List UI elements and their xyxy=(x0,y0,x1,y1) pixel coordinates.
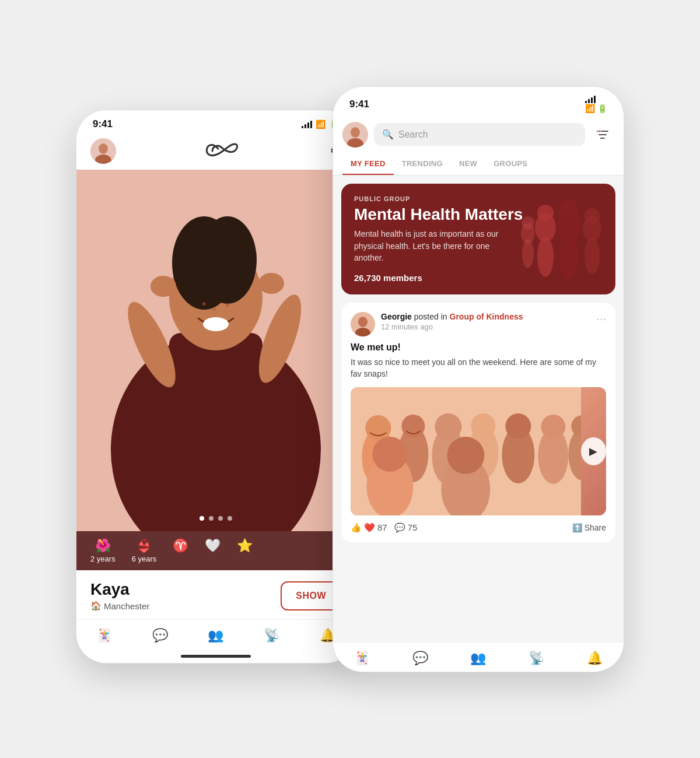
tab-my-feed[interactable]: MY FEED xyxy=(342,153,394,175)
comment-icon: 💬 xyxy=(394,522,405,533)
stats-bar: 🌺 2 years 👙 6 years ♈ 🤍 ⭐ xyxy=(76,531,355,570)
tab-trending[interactable]: TRENDING xyxy=(394,153,451,175)
left-avatar[interactable] xyxy=(90,138,116,164)
post-title: We met up! xyxy=(351,342,606,353)
home-icon: 🏠 xyxy=(90,601,102,611)
post-author-line: Georgie posted in Group of Kindness xyxy=(381,312,590,321)
signal-bar-4 xyxy=(310,121,312,128)
svg-point-37 xyxy=(358,317,368,327)
profile-hero xyxy=(76,170,355,531)
feed-content: PUBLIC GROUP Mental Health Matters Menta… xyxy=(333,176,624,642)
thumbs-reaction[interactable]: 👍 ❤️ 87 xyxy=(351,522,387,533)
profile-location: 🏠 Manchester xyxy=(90,601,149,611)
svg-point-49 xyxy=(505,413,531,439)
svg-point-1 xyxy=(99,143,108,154)
signal-bar-3 xyxy=(307,122,309,128)
stat-item-5: ⭐ xyxy=(237,538,253,563)
profile-name: Kaya xyxy=(90,581,149,599)
svg-point-28 xyxy=(559,234,578,279)
post-author-name: Georgie xyxy=(381,312,412,321)
signal-bar-r3 xyxy=(591,97,593,103)
posted-in-label: posted in xyxy=(414,312,447,321)
svg-point-34 xyxy=(522,239,534,268)
dot-3 xyxy=(218,516,223,521)
right-nav-community[interactable]: 👥 xyxy=(470,651,486,666)
post-author-avatar xyxy=(351,312,375,336)
search-placeholder: Search xyxy=(398,129,428,140)
svg-point-9 xyxy=(202,302,206,306)
right-status-bar: 9:41 📶 🔋 xyxy=(333,87,624,118)
share-label: Share xyxy=(584,523,606,532)
dot-4 xyxy=(228,516,232,521)
right-nav-radio[interactable]: 📡 xyxy=(528,651,544,666)
post-header: Georgie posted in Group of Kindness 12 m… xyxy=(351,312,606,336)
stat-item-2: 👙 6 years xyxy=(132,538,157,563)
pagination-dots xyxy=(200,516,232,521)
search-input-wrap[interactable]: 🔍 Search xyxy=(374,123,585,146)
stat-icon-2: 👙 xyxy=(136,538,152,553)
right-nav-notifications[interactable]: 🔔 xyxy=(587,651,603,666)
left-time: 9:41 xyxy=(93,118,113,130)
post-time: 12 minutes ago xyxy=(381,322,590,331)
share-button[interactable]: ⬆️ Share xyxy=(572,523,606,532)
stat-icon-3: ♈ xyxy=(173,538,188,553)
stat-label-2: 6 years xyxy=(132,555,157,563)
home-bar-left xyxy=(181,655,251,658)
svg-point-8 xyxy=(198,216,257,304)
right-nav-messages[interactable]: 💬 xyxy=(412,651,428,666)
signal-bar-1 xyxy=(302,126,303,128)
post-reactions: 👍 ❤️ 87 💬 75 ⬆️ Share xyxy=(351,522,606,533)
svg-point-12 xyxy=(203,317,229,331)
group-description: Mental health is just as important as ou… xyxy=(354,228,506,264)
right-phone: 9:41 📶 🔋 � xyxy=(332,86,624,672)
right-avatar[interactable] xyxy=(342,122,368,148)
svg-point-57 xyxy=(447,437,484,474)
right-status-icons: 📶 🔋 xyxy=(585,95,607,114)
signal-bar-2 xyxy=(304,124,306,128)
post-more-button[interactable]: ··· xyxy=(596,312,606,325)
right-nav-cards[interactable]: 🃏 xyxy=(354,651,370,666)
search-icon: 🔍 xyxy=(382,129,394,140)
group-illustration xyxy=(510,184,615,295)
right-bottom-nav: 🃏 💬 👥 📡 🔔 xyxy=(333,642,624,672)
svg-point-15 xyxy=(150,276,176,297)
nav-cards[interactable]: 🃏 xyxy=(96,628,112,643)
thumbs-icon: 👍 xyxy=(351,522,362,533)
app-logo-left xyxy=(205,141,240,162)
nav-community[interactable]: 👥 xyxy=(208,628,223,643)
dot-1 xyxy=(200,516,204,521)
tabs-row: MY FEED TRENDING NEW GROUPS xyxy=(333,153,624,176)
stat-item-3: ♈ xyxy=(173,538,188,563)
play-button[interactable]: ▶ xyxy=(581,437,606,465)
filter-button-right[interactable] xyxy=(591,123,614,146)
left-nav-bar: ⚙ xyxy=(76,135,355,170)
battery-icon-right: 🔋 xyxy=(597,104,607,113)
svg-point-18 xyxy=(351,127,360,138)
svg-point-32 xyxy=(584,208,600,223)
right-time: 9:41 xyxy=(349,99,369,110)
home-indicator-left xyxy=(76,649,355,663)
nav-messages[interactable]: 💬 xyxy=(152,628,168,643)
post-image[interactable]: ▶ xyxy=(351,387,606,515)
tab-new[interactable]: NEW xyxy=(451,153,485,175)
profile-info: Kaya 🏠 Manchester xyxy=(90,581,149,612)
left-bottom-nav: 🃏 💬 👥 📡 🔔 xyxy=(76,619,355,649)
svg-point-25 xyxy=(537,236,554,277)
search-bar-row: 🔍 Search xyxy=(333,118,624,153)
post-group-link[interactable]: Group of Kindness xyxy=(450,312,523,321)
svg-point-26 xyxy=(537,205,554,221)
profile-section: Kaya 🏠 Manchester SHOW xyxy=(76,570,355,620)
comment-count: 75 xyxy=(408,522,418,532)
left-phone: 9:41 📶 🔋 xyxy=(76,110,356,664)
nav-radio[interactable]: 📡 xyxy=(264,628,279,643)
signal-bar-r1 xyxy=(585,101,587,103)
tab-groups[interactable]: GROUPS xyxy=(485,153,536,175)
comment-reaction[interactable]: 💬 75 xyxy=(394,522,418,533)
svg-point-35 xyxy=(522,216,534,229)
dot-2 xyxy=(209,516,214,521)
post-card: Georgie posted in Group of Kindness 12 m… xyxy=(341,303,615,542)
stat-item-4: 🤍 xyxy=(205,538,220,563)
group-card[interactable]: PUBLIC GROUP Mental Health Matters Menta… xyxy=(341,184,615,295)
svg-rect-5 xyxy=(169,333,262,461)
signal-bar-r2 xyxy=(588,99,590,103)
